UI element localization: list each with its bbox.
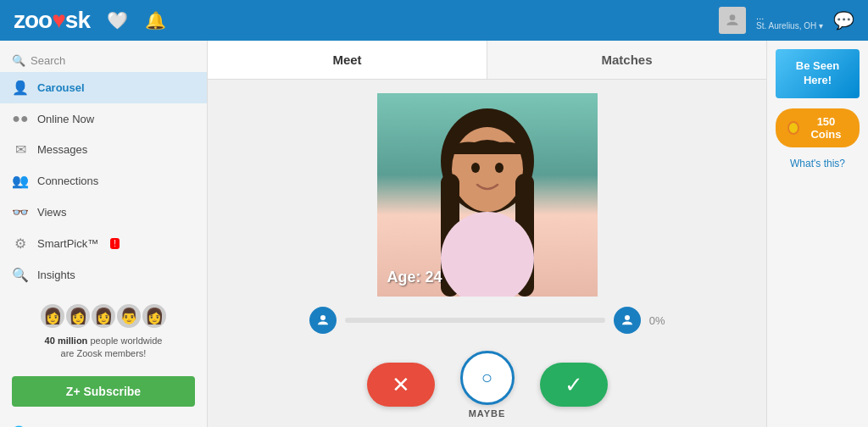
promo-avatar-4: 👨 <box>117 304 141 328</box>
whats-this-link[interactable]: What's this? <box>790 158 845 169</box>
x-icon: ✕ <box>392 372 410 398</box>
smartpick-badge: ! <box>110 238 120 249</box>
maybe-label: MAYBE <box>469 408 506 419</box>
promo-avatar-5: 👩 <box>142 304 166 328</box>
right-panel: Be SeenHere! 150 Coins What's this? <box>766 41 868 427</box>
sidebar-item-smartpick[interactable]: ⚙ SmartPick™ ! <box>0 228 207 259</box>
tab-bar: Meet Matches <box>208 41 766 80</box>
insights-label: Insights <box>37 269 75 281</box>
promo-avatar-2: 👩 <box>66 304 90 328</box>
language-selector[interactable]: 🌐 English <box>12 422 195 427</box>
yes-button[interactable]: ✓ <box>540 363 608 407</box>
heart-icon[interactable]: 🤍 <box>107 10 128 30</box>
connections-label: Connections <box>37 175 98 187</box>
progress-row: 0% <box>309 307 665 334</box>
svg-point-7 <box>495 163 504 173</box>
messages-icon: ✉ <box>12 141 29 158</box>
coins-label: 150 Coins <box>804 115 848 141</box>
online-icon: ●● <box>12 111 29 126</box>
online-label: Online Now <box>37 113 94 125</box>
age-overlay: Age: 24 <box>387 269 442 286</box>
views-icon: 👓 <box>12 204 29 220</box>
promo-text: 40 million people worldwide are Zoosk me… <box>12 335 195 361</box>
search-box[interactable]: 🔍 Search <box>0 49 207 72</box>
chat-icon[interactable]: 💬 <box>833 10 854 30</box>
header-right: ... St. Aurelius, OH ▾ 💬 <box>719 7 854 34</box>
promo-avatars: 👩 👩 👩 👨 👩 <box>12 304 195 328</box>
no-button[interactable]: ✕ <box>367 363 435 407</box>
sidebar-item-online-now[interactable]: ●● Online Now <box>0 103 207 134</box>
progress-track <box>345 318 605 323</box>
main-layout: 🔍 Search 👤 Carousel ●● Online Now ✉ Mess… <box>0 41 868 427</box>
progress-right-avatar <box>614 307 641 334</box>
subscribe-button[interactable]: Z+ Subscribe <box>12 376 195 407</box>
coins-button[interactable]: 150 Coins <box>776 108 860 147</box>
svg-point-8 <box>320 315 326 320</box>
sidebar-item-insights[interactable]: 🔍 Insights <box>0 259 207 291</box>
carousel-label: Carousel <box>37 81 85 94</box>
connections-icon: 👥 <box>12 173 29 189</box>
messages-label: Messages <box>37 143 87 156</box>
progress-left-avatar <box>309 307 337 334</box>
views-label: Views <box>37 206 66 219</box>
sidebar-item-messages[interactable]: ✉ Messages <box>0 134 207 165</box>
sidebar-item-views[interactable]: 👓 Views <box>0 197 207 228</box>
sidebar-footer: 🌐 English Privacy Terms Cookies <box>0 413 207 427</box>
circle-icon: ○ <box>481 367 492 389</box>
svg-point-9 <box>625 315 630 320</box>
svg-point-0 <box>730 14 736 20</box>
avatar[interactable] <box>719 7 746 34</box>
maybe-button[interactable]: ○ <box>460 351 515 405</box>
smartpick-icon: ⚙ <box>12 236 29 252</box>
carousel-icon: 👤 <box>12 80 29 96</box>
profile-photo-container: Age: 24 <box>377 93 598 297</box>
progress-percentage: 0% <box>649 314 665 327</box>
svg-point-6 <box>471 163 480 173</box>
coin-icon <box>787 121 799 135</box>
header-left: zoo♥sk 🤍 🔔 <box>14 7 166 34</box>
smartpick-label: SmartPick™ <box>37 237 98 250</box>
profile-area: Age: 24 0% <box>208 80 766 427</box>
search-label: Search <box>31 54 65 67</box>
person-svg <box>377 93 598 297</box>
ad-banner[interactable]: Be SeenHere! <box>776 49 860 98</box>
check-icon: ✓ <box>565 372 583 398</box>
main-content: Meet Matches <box>208 41 766 427</box>
photo-placeholder <box>377 93 598 297</box>
promo-avatar-3: 👩 <box>92 304 115 328</box>
tab-matches[interactable]: Matches <box>487 41 766 79</box>
tab-meet[interactable]: Meet <box>208 41 487 79</box>
promo-avatar-1: 👩 <box>41 304 64 328</box>
sidebar-promo: 👩 👩 👩 👨 👩 40 million people worldwide ar… <box>12 304 195 361</box>
maybe-button-group: ○ MAYBE <box>460 351 515 419</box>
search-icon: 🔍 <box>12 54 25 67</box>
notification-icon[interactable]: 🔔 <box>145 10 166 30</box>
app-header: zoo♥sk 🤍 🔔 ... St. Aurelius, OH ▾ 💬 <box>0 0 868 41</box>
sidebar-item-carousel[interactable]: 👤 Carousel <box>0 72 207 103</box>
action-buttons: ✕ ○ MAYBE ✓ <box>367 351 608 419</box>
insights-icon: 🔍 <box>12 267 29 283</box>
sidebar-item-connections[interactable]: 👥 Connections <box>0 165 207 197</box>
logo[interactable]: zoo♥sk <box>14 7 90 34</box>
sidebar: 🔍 Search 👤 Carousel ●● Online Now ✉ Mess… <box>0 41 208 427</box>
user-name: ... St. Aurelius, OH ▾ <box>756 11 823 30</box>
